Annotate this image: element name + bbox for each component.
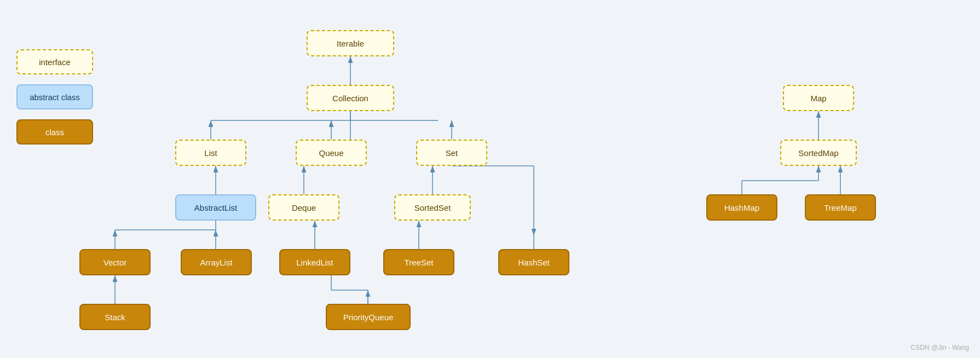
node-iterable: Iterable <box>307 30 394 56</box>
node-map-label: Map <box>810 94 826 103</box>
node-treeset-label: TreeSet <box>405 258 434 267</box>
node-collection-label: Collection <box>332 94 368 103</box>
node-arraylist: ArrayList <box>181 249 252 275</box>
legend-label-class: class <box>45 128 64 137</box>
node-hashset-label: HashSet <box>518 258 550 267</box>
node-sortedmap: SortedMap <box>780 140 857 166</box>
diagram-container: interface abstract class class <box>0 0 980 358</box>
node-vector-label: Vector <box>103 258 127 267</box>
node-deque: Deque <box>268 194 339 221</box>
node-iterable-label: Iterable <box>337 39 364 48</box>
node-set: Set <box>416 140 487 166</box>
node-sortedset-label: SortedSet <box>414 203 451 212</box>
node-stack-label: Stack <box>105 313 125 322</box>
legend-box-abstract: abstract class <box>16 84 93 109</box>
watermark-text: CSDN @Jin - Wang <box>911 344 969 351</box>
node-priorityqueue-label: PriorityQueue <box>343 313 394 322</box>
node-abstractlist-label: AbstractList <box>194 203 237 212</box>
node-priorityqueue: PriorityQueue <box>326 304 411 330</box>
legend: interface abstract class class <box>16 49 93 145</box>
node-abstractlist: AbstractList <box>175 194 256 221</box>
node-sortedset: SortedSet <box>394 194 471 221</box>
node-queue-label: Queue <box>319 148 343 158</box>
legend-box-class: class <box>16 119 93 145</box>
legend-item-class: class <box>16 119 93 145</box>
node-treemap-label: TreeMap <box>824 203 856 212</box>
node-linkedlist: LinkedList <box>279 249 350 275</box>
legend-item-interface: interface <box>16 49 93 74</box>
legend-label-abstract: abstract class <box>30 93 80 102</box>
legend-label-interface: interface <box>39 57 71 67</box>
node-collection: Collection <box>307 85 394 111</box>
node-hashmap-label: HashMap <box>724 203 759 212</box>
node-list-label: List <box>204 148 217 158</box>
watermark: CSDN @Jin - Wang <box>911 344 969 351</box>
node-arraylist-label: ArrayList <box>200 258 232 267</box>
legend-item-abstract: abstract class <box>16 84 93 109</box>
node-queue: Queue <box>296 140 367 166</box>
node-treeset: TreeSet <box>383 249 454 275</box>
node-linkedlist-label: LinkedList <box>296 258 333 267</box>
node-hashset: HashSet <box>498 249 569 275</box>
node-stack: Stack <box>79 304 151 330</box>
node-sortedmap-label: SortedMap <box>798 148 838 158</box>
node-vector: Vector <box>79 249 151 275</box>
node-deque-label: Deque <box>292 203 316 212</box>
legend-box-interface: interface <box>16 49 93 74</box>
node-hashmap: HashMap <box>706 194 777 221</box>
node-set-label: Set <box>446 148 458 158</box>
node-map: Map <box>783 85 854 111</box>
node-list: List <box>175 140 246 166</box>
node-treemap: TreeMap <box>805 194 876 221</box>
